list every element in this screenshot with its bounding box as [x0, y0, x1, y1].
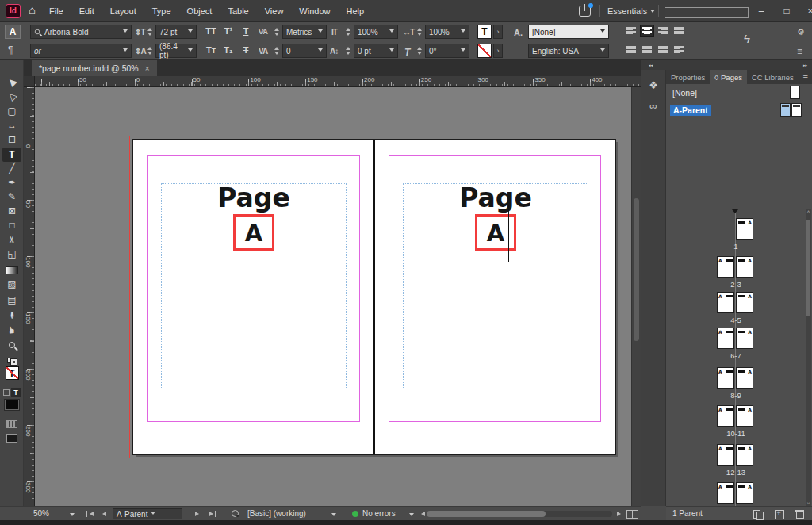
scrollbar-thumb[interactable]	[634, 198, 639, 341]
page-thumbnail[interactable]: A	[717, 482, 734, 504]
maximize-button[interactable]: □	[776, 0, 798, 22]
baseline-shift-stepper[interactable]	[344, 44, 351, 58]
panel-menu-icon[interactable]: ≡	[799, 70, 812, 84]
selection-tool[interactable]: ▶	[0, 76, 24, 89]
page-thumbnail[interactable]: A	[717, 256, 734, 278]
eyedropper-tool[interactable]: ✒	[0, 309, 24, 322]
error-status[interactable]: No errors	[362, 509, 396, 518]
fill-color-swatch[interactable]: T	[477, 25, 492, 39]
home-icon[interactable]: ⌂	[29, 3, 36, 17]
tracking-stepper[interactable]	[273, 44, 280, 58]
minimize-button[interactable]: –	[750, 0, 772, 22]
spread-view-icon[interactable]	[626, 510, 638, 518]
pen-tool[interactable]: ✒	[0, 176, 24, 189]
frame-tool[interactable]: ⊠	[0, 205, 24, 217]
collapse-panels-icon[interactable]: ◂◂	[649, 63, 653, 67]
horizontal-ruler[interactable]: 50050100150200250300350400	[35, 76, 641, 87]
menu-item-edit[interactable]: Edit	[79, 6, 94, 16]
chevron-down-icon[interactable]	[409, 513, 414, 519]
leading-field[interactable]: (86.4 pt)	[155, 44, 197, 58]
vertical-ruler[interactable]: 050100150200250300	[24, 87, 35, 506]
strikethrough-button[interactable]: T	[238, 44, 254, 58]
spread[interactable]: Page A Page A	[133, 140, 615, 454]
menu-item-view[interactable]: View	[265, 6, 284, 16]
spread-label[interactable]: 4-5	[718, 316, 753, 324]
scroll-right-arrow[interactable]	[617, 512, 623, 516]
parent-none-label[interactable]: [None]	[672, 88, 697, 98]
parent-none-thumbnail[interactable]	[790, 86, 800, 99]
parent-a-label[interactable]: A-Parent	[670, 105, 711, 116]
parent-a-thumbnail-right[interactable]	[791, 103, 802, 117]
underline-button[interactable]: T	[238, 25, 254, 39]
justify-last-right-button[interactable]	[641, 44, 653, 56]
page-thumbnail[interactable]: A	[717, 444, 734, 466]
skew-field[interactable]: 0°	[425, 44, 469, 58]
panel-menu-icon[interactable]: ≡	[797, 46, 802, 57]
zoom-tool[interactable]	[0, 338, 24, 351]
links-panel-icon[interactable]: ∞	[641, 100, 666, 112]
lightning-icon[interactable]: ϟ	[744, 32, 750, 45]
spread-label[interactable]: 2-3	[718, 280, 753, 289]
page-thumbnail[interactable]: A	[736, 256, 753, 278]
layers-panel-icon[interactable]: ❖	[641, 79, 666, 91]
gradient-tool[interactable]	[0, 263, 24, 276]
last-page-button[interactable]	[215, 511, 216, 517]
skew-stepper[interactable]	[416, 44, 423, 58]
chevron-down-icon[interactable]	[331, 513, 336, 519]
page-tool[interactable]: ▢	[0, 105, 24, 117]
next-page-button[interactable]	[195, 512, 201, 516]
menu-item-file[interactable]: File	[49, 6, 63, 16]
scrollbar-thumb[interactable]	[427, 511, 546, 517]
fill-flyout-button[interactable]: ›	[493, 25, 503, 39]
all-caps-button[interactable]: TT	[203, 25, 219, 39]
paragraph-formatting-button[interactable]: ¶	[8, 43, 13, 57]
pencil-tool[interactable]: ✎	[0, 190, 24, 203]
tab-properties[interactable]: Properties	[666, 70, 710, 84]
horizontal-scrollbar[interactable]	[427, 511, 612, 517]
page-thumbnail[interactable]: A	[717, 292, 734, 313]
tab-cc-libraries[interactable]: CC Libraries	[747, 70, 799, 84]
apply-to-grid-button[interactable]	[0, 419, 24, 431]
close-button[interactable]: ×	[799, 0, 812, 22]
workspace-switcher[interactable]: Essentials	[607, 6, 655, 16]
gap-tool[interactable]: ↔	[0, 119, 24, 132]
spread-label[interactable]: 12-13	[718, 468, 753, 477]
kerning-stepper[interactable]	[273, 25, 280, 39]
chevron-down-icon[interactable]	[70, 513, 75, 519]
justify-all-button[interactable]	[657, 44, 669, 56]
text-frame-right[interactable]: Page A	[403, 183, 588, 389]
first-page-arrow-icon[interactable]	[87, 512, 94, 516]
formatting-affects-toggle[interactable]: T	[0, 385, 24, 398]
note-tool[interactable]: ▤	[0, 293, 24, 306]
horizontal-scale-stepper[interactable]	[416, 25, 423, 39]
spread-label[interactable]: 6-7	[718, 351, 753, 360]
delete-page-button[interactable]	[793, 509, 806, 519]
parent-a-thumbnail-left[interactable]	[780, 103, 791, 117]
page-thumbnail[interactable]: A	[736, 292, 753, 313]
previous-page-button[interactable]	[100, 512, 106, 516]
document-tab[interactable]: *page number.indd @ 50% ×	[32, 60, 157, 76]
font-size-field[interactable]: 72 pt	[155, 25, 197, 39]
character-style-field[interactable]: [None]	[528, 25, 609, 39]
new-page-button[interactable]	[772, 509, 785, 519]
spread-label[interactable]: 1	[718, 242, 753, 251]
page-number-marker-left[interactable]: A	[233, 214, 274, 251]
preflight-icon[interactable]	[232, 510, 239, 517]
text-frame-left[interactable]: Page A	[161, 183, 347, 389]
superscript-button[interactable]: T¹	[220, 25, 236, 39]
direct-selection-tool[interactable]: ▷	[0, 90, 24, 103]
ruler-origin-box[interactable]	[24, 76, 35, 87]
kerning-field[interactable]: Metrics	[282, 25, 327, 39]
language-field[interactable]: English: USA	[528, 44, 609, 58]
zoom-level[interactable]: 50%	[33, 509, 49, 518]
stroke-color-swatch[interactable]	[477, 44, 492, 58]
align-center-button[interactable]	[641, 25, 653, 36]
page-thumbnail[interactable]: A	[736, 444, 753, 466]
menu-item-help[interactable]: Help	[346, 6, 364, 16]
text-fill-none-swatch[interactable]: T	[0, 366, 24, 379]
character-formatting-button[interactable]: A	[5, 25, 21, 39]
fill-color-swatch[interactable]	[0, 400, 24, 412]
share-icon[interactable]	[579, 6, 591, 17]
page-select-field[interactable]: A-Parent	[113, 508, 182, 519]
small-caps-button[interactable]: Tᴛ	[203, 44, 219, 58]
